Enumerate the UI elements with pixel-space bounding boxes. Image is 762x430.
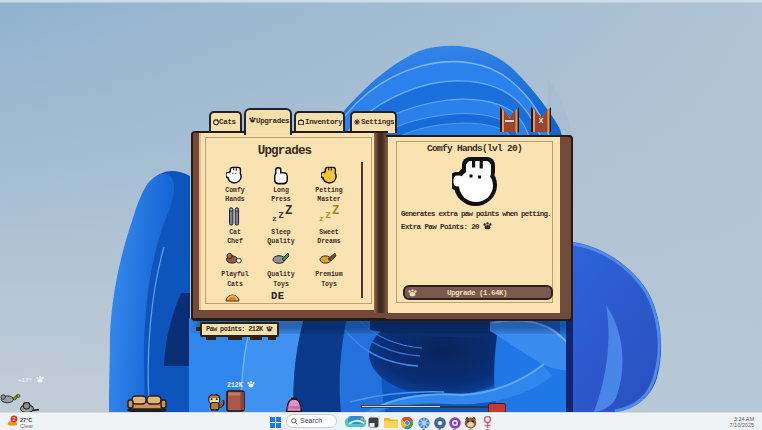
svg-text:2: 2 [12,415,15,421]
